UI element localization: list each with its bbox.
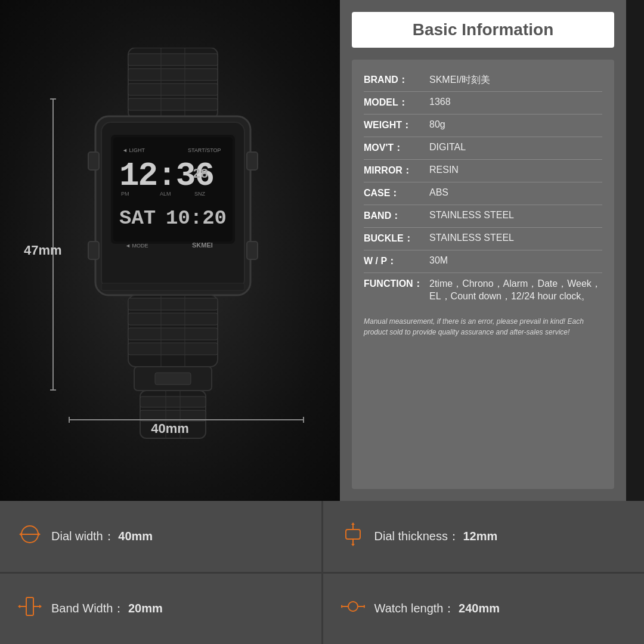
svg-rect-4 <box>128 98 218 110</box>
svg-rect-29 <box>128 313 218 325</box>
svg-marker-58 <box>341 605 342 608</box>
info-value: 1368 <box>429 97 602 107</box>
spec-cell-1: Dial thickness： 12mm <box>323 501 645 572</box>
dimension-horizontal <box>69 419 304 420</box>
info-rows-container: BRAND：SKMEI/时刻美MODEL：1368WEIGHT：80gMOV'T… <box>364 69 602 308</box>
info-panel: Basic Information BRAND：SKMEI/时刻美MODEL：1… <box>340 0 626 501</box>
svg-text:10:20: 10:20 <box>166 207 227 230</box>
main-area: 47mm <box>0 0 644 501</box>
info-key: MOV'T： <box>364 142 429 154</box>
info-row: WEIGHT：80g <box>364 114 602 137</box>
info-value: 2time，Chrono，Alarm，Date，Week，EL，Count do… <box>429 278 602 303</box>
info-row: CASE：ABS <box>364 182 602 205</box>
spec-text-0: Dial width： 40mm <box>51 528 153 544</box>
svg-marker-54 <box>39 605 42 608</box>
info-row: BUCKLE：STAINLESS STEEL <box>364 228 602 250</box>
horizontal-line <box>69 419 304 420</box>
spec-icon-0 <box>18 522 42 550</box>
info-value: DIGITAL <box>429 142 602 153</box>
spec-text-2: Band Width： 20mm <box>51 600 163 617</box>
info-value: STAINLESS STEEL <box>429 210 602 221</box>
svg-text:SKMEI: SKMEI <box>192 242 213 249</box>
svg-rect-26 <box>101 283 244 290</box>
svg-text:SNZ: SNZ <box>194 191 206 197</box>
svg-text:START/STOP: START/STOP <box>188 147 221 153</box>
svg-marker-49 <box>351 544 355 546</box>
info-row: MOV'T：DIGITAL <box>364 137 602 160</box>
info-value: 80g <box>429 119 602 130</box>
spec-text-3: Watch length： 240mm <box>374 600 500 617</box>
svg-rect-2 <box>128 69 218 80</box>
info-key: BAND： <box>364 210 429 222</box>
svg-rect-50 <box>26 597 33 615</box>
info-key: CASE： <box>364 187 429 200</box>
specs-bar: Dial width： 40mm Dial thickness： 12mm Ba… <box>0 501 644 644</box>
spec-icon-1 <box>341 522 365 550</box>
svg-rect-10 <box>88 242 99 259</box>
svg-rect-45 <box>346 530 360 539</box>
svg-rect-28 <box>128 298 218 310</box>
info-title-box: Basic Information <box>352 12 614 48</box>
svg-marker-43 <box>19 532 21 536</box>
spec-icon-2 <box>18 595 42 623</box>
spec-cell-0: Dial width： 40mm <box>0 501 321 572</box>
info-key: BRAND： <box>364 74 429 86</box>
height-label: 47mm <box>24 243 62 258</box>
info-row: FUNCTION：2time，Chrono，Alarm，Date，Week，EL… <box>364 273 602 308</box>
info-row: BAND：STAINLESS STEEL <box>364 205 602 228</box>
svg-rect-37 <box>140 397 206 407</box>
svg-marker-44 <box>38 532 41 536</box>
spec-icon-3 <box>341 595 365 623</box>
svg-marker-48 <box>351 522 355 525</box>
svg-text:ALM: ALM <box>160 191 171 197</box>
info-key: BUCKLE： <box>364 233 429 245</box>
svg-rect-31 <box>128 343 218 355</box>
spec-cell-3: Watch length： 240mm <box>323 574 645 645</box>
svg-rect-3 <box>128 83 218 95</box>
svg-marker-59 <box>364 605 365 608</box>
svg-rect-11 <box>247 152 258 170</box>
info-key: MIRROR： <box>364 165 429 177</box>
info-row: W / P：30M <box>364 250 602 273</box>
info-content: BRAND：SKMEI/时刻美MODEL：1368WEIGHT：80gMOV'T… <box>352 60 614 489</box>
svg-rect-1 <box>128 54 218 66</box>
info-note: Manual measurement, if there is an error… <box>364 316 602 338</box>
svg-text:SAT: SAT <box>119 207 156 230</box>
watch-container: ◄ LIGHT START/STOP 12:36 28 PM ALM SNZ S… <box>78 48 268 453</box>
info-value: ABS <box>429 187 602 198</box>
width-label: 40mm <box>151 421 189 436</box>
info-title: Basic Information <box>364 20 602 39</box>
info-key: W / P： <box>364 255 429 268</box>
spec-text-1: Dial thickness： 12mm <box>374 528 498 544</box>
svg-point-55 <box>348 602 358 611</box>
info-value: 30M <box>429 255 602 266</box>
svg-rect-30 <box>128 328 218 340</box>
svg-rect-12 <box>247 242 258 259</box>
spec-cell-2: Band Width： 20mm <box>0 574 321 645</box>
info-key: FUNCTION： <box>364 278 429 290</box>
svg-rect-35 <box>155 373 191 385</box>
watch-area: 47mm <box>0 0 340 501</box>
svg-marker-53 <box>18 605 20 608</box>
info-value: STAINLESS STEEL <box>429 233 602 243</box>
svg-text:PM: PM <box>121 191 129 197</box>
info-value: SKMEI/时刻美 <box>429 74 602 86</box>
svg-rect-9 <box>88 152 99 170</box>
svg-text:◄ LIGHT: ◄ LIGHT <box>122 147 145 153</box>
svg-text:28: 28 <box>193 167 208 182</box>
info-value: RESIN <box>429 165 602 175</box>
svg-text:◄ MODE: ◄ MODE <box>125 243 148 249</box>
info-row: MODEL：1368 <box>364 92 602 114</box>
watch-svg: ◄ LIGHT START/STOP 12:36 28 PM ALM SNZ S… <box>78 48 268 453</box>
info-key: WEIGHT： <box>364 119 429 132</box>
info-key: MODEL： <box>364 97 429 109</box>
info-row: MIRROR：RESIN <box>364 160 602 182</box>
info-row: BRAND：SKMEI/时刻美 <box>364 69 602 92</box>
